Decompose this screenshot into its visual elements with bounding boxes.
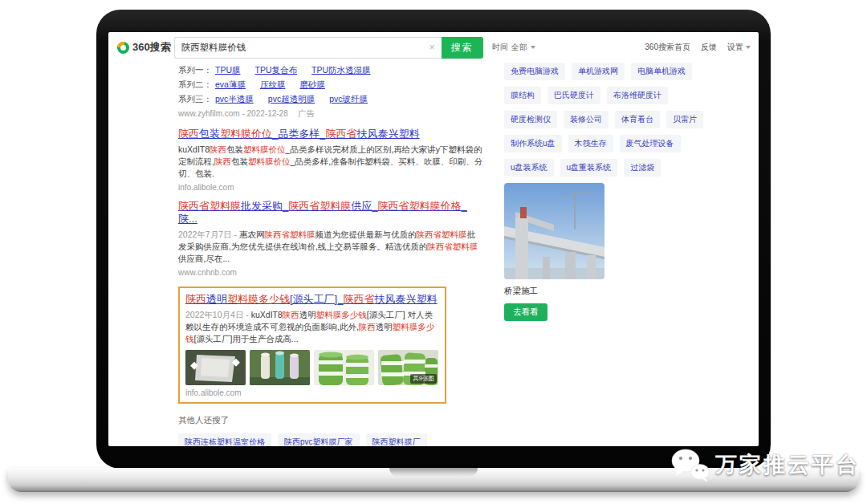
text-segment: 包装 <box>231 156 248 166</box>
text-segment: kuXdIT8 <box>178 144 210 154</box>
sidebar-tag-chip[interactable]: u盘装系统 <box>504 159 554 177</box>
image-count-badge: 共9张图 <box>410 374 437 384</box>
text-segment: 陕西省 <box>325 128 356 140</box>
text-segment: 塑料膜价位 <box>220 128 272 140</box>
ad-series-link[interactable]: pvc超透明膜 <box>268 94 315 104</box>
sidebar-tag-chip[interactable]: 制作系统u盘 <box>504 135 562 152</box>
search-button[interactable]: 搜索 <box>442 37 483 59</box>
related-search-chip[interactable]: 陕西pvc塑料膜厂家 <box>278 433 360 446</box>
result-title[interactable]: 陕西透明塑料膜多少钱[源头工厂]_陕西省扶风泰兴塑料 <box>185 293 439 306</box>
text-segment: 惠农网 <box>239 230 265 239</box>
related-search-chip[interactable]: 陕西连栋塑料温室价格 <box>178 433 271 446</box>
time-filter-label: 时间 <box>492 42 508 53</box>
ad-series-label: 系列二： <box>178 79 212 89</box>
laptop-notch <box>389 468 478 477</box>
go-see-button[interactable]: 去看看 <box>504 303 547 321</box>
search-box: × 搜索 <box>174 37 483 59</box>
text-segment: 透明 <box>376 322 393 331</box>
sidebar-tag-chip[interactable]: 电脑单机游戏 <box>631 63 692 80</box>
text-segment: 供应_ <box>351 200 377 212</box>
sidebar-tag-chip[interactable]: 木筏生存 <box>568 135 613 152</box>
chevron-down-icon <box>531 46 535 49</box>
search-result-2: 陕西省塑料膜批发采购_陕西省塑料膜供应_陕西省塑料膜价格_陕...2022年7月… <box>178 200 483 277</box>
sidebar-tag-chip[interactable]: 硬度检测仪 <box>504 111 557 128</box>
sidebar-tag-chip[interactable]: 布洛维硬度计 <box>607 87 668 104</box>
text-segment: 陕西 <box>185 293 206 305</box>
search-input-wrap: × <box>174 37 442 59</box>
ad-series-link[interactable]: eva薄膜 <box>215 79 246 89</box>
text-segment: 塑料膜多少钱 <box>227 293 290 305</box>
related-search-chip[interactable]: 陕西塑料膜厂 <box>366 433 427 446</box>
nav-settings-dropdown[interactable]: 设置 <box>727 42 751 53</box>
sidebar-tag-row: 免费电脑游戏单机游戏网电脑单机游戏 <box>504 63 759 80</box>
search-header: 360搜索 × 搜索 时间 全部 360搜索首页 反馈 设置 <box>108 32 759 63</box>
360-search-logo[interactable]: 360搜索 <box>116 40 171 55</box>
ad-series-link[interactable]: 压纹膜 <box>260 79 286 89</box>
time-filter-dropdown[interactable]: 时间 全部 <box>492 42 535 53</box>
text-segment: 批发采购_ <box>241 200 288 212</box>
sidebar-tag-chip[interactable]: 过滤袋 <box>624 159 661 177</box>
text-segment: 塑料膜多少钱 <box>316 310 367 319</box>
result-description: kuXdIT8陕西包装塑料膜价位_品类多样说完材质上的区别,再给大家讲y下塑料袋… <box>178 144 483 180</box>
text-segment: 陕西 <box>283 310 299 319</box>
text-segment: [源头工厂]_ <box>290 293 343 305</box>
ad-series-row-3: 系列三：pvc半透膜pvc超透明膜pvc玻纤膜 <box>178 91 483 106</box>
sidebar-column: 免费电脑游戏单机游戏网电脑单机游戏膜结构巴氏硬度计布洛维硬度计硬度检测仪装修公司… <box>504 63 759 321</box>
search-input[interactable] <box>175 38 429 58</box>
text-segment: 包装 <box>199 128 220 140</box>
sidebar-tag-chip[interactable]: 贝雷片 <box>666 111 703 128</box>
text-segment: 2022年7月7日 - <box>178 230 239 239</box>
text-segment: 陕西 <box>178 128 199 140</box>
related-searches-label: 其他人还搜了 <box>178 415 483 426</box>
text-segment: 塑料膜价位 <box>243 144 286 154</box>
ad-series-link[interactable]: pvc玻纤膜 <box>329 94 368 104</box>
ad-series-link[interactable]: pvc半透膜 <box>215 94 254 104</box>
sidebar-tag-chip[interactable]: u盘重装系统 <box>560 159 618 177</box>
result-title[interactable]: 陕西省塑料膜批发采购_陕西省塑料膜供应_陕西省塑料膜价格_陕... <box>178 200 483 226</box>
time-filter-value: 全部 <box>511 42 527 53</box>
sidebar-tag-row: 膜结构巴氏硬度计布洛维硬度计 <box>504 87 759 104</box>
sidebar-tag-chip[interactable]: 装修公司 <box>564 111 609 128</box>
text-segment: 陕西 <box>210 144 226 154</box>
clear-icon[interactable]: × <box>429 42 435 53</box>
text-segment: 透明 <box>299 310 316 319</box>
text-segment: kuXdIT8 <box>251 310 283 319</box>
text-segment: 频道为您提供最新与优质的 <box>315 230 416 239</box>
ad-series-link[interactable]: TPU膜 <box>215 65 241 75</box>
sidebar-tag-chip[interactable]: 体育看台 <box>615 111 660 128</box>
text-segment: 陕西省塑料膜 <box>427 242 478 251</box>
thumbnail-green-film-rolls[interactable] <box>314 350 374 385</box>
text-segment: 塑料膜价位 <box>248 156 291 166</box>
thumbnail-film-rolls-standing[interactable] <box>250 350 310 385</box>
text-segment: 陕西省塑料膜 <box>264 230 315 239</box>
wechat-icon <box>670 446 711 483</box>
ad-tag: 广告 <box>299 109 315 118</box>
ad-url: www.zyhfilm.com - 2022-12-28 <box>178 109 288 118</box>
sidebar-tag-chip[interactable]: 膜结构 <box>504 87 541 104</box>
sidebar-tag-row: u盘装系统u盘重装系统过滤袋 <box>504 159 759 177</box>
related-searches: 其他人还搜了 陕西连栋塑料温室价格陕西pvc塑料膜厂家陕西塑料膜厂陕西塑料管材生… <box>178 415 483 446</box>
search-result-3: 陕西透明塑料膜多少钱[源头工厂]_陕西省扶风泰兴塑料2022年10月4日 - k… <box>178 287 446 404</box>
nav-home-link[interactable]: 360搜索首页 <box>645 42 690 53</box>
result-description: 2022年10月4日 - kuXdIT8陕西透明塑料膜多少钱[源头工厂] 对人类… <box>185 309 439 345</box>
header-nav-links: 360搜索首页 反馈 设置 <box>645 42 751 53</box>
sidebar-tag-chip[interactable]: 单机游戏网 <box>572 63 625 80</box>
ad-series-row-2: 系列二：eva薄膜压纹膜磨砂膜 <box>178 77 483 91</box>
text-segment: 陕西省塑料膜 <box>178 200 241 212</box>
thumbnail-green-film-rolls-2[interactable]: 共9张图 <box>378 350 438 385</box>
sidebar-tag-chip[interactable]: 废气处理设备 <box>620 135 681 152</box>
result-title[interactable]: 陕西包装塑料膜价位_品类多样_陕西省扶风泰兴塑料 <box>178 128 483 140</box>
watermark-text: 万家推云平台 <box>715 450 860 479</box>
ad-series-label: 系列三： <box>178 94 212 104</box>
nav-settings-label: 设置 <box>727 42 743 53</box>
nav-feedback-link[interactable]: 反馈 <box>701 42 717 53</box>
thumbnail-plastic-sheets[interactable] <box>185 350 246 385</box>
sidebar-tag-chip[interactable]: 免费电脑游戏 <box>504 63 565 80</box>
bridge-construction-photo[interactable] <box>504 183 604 279</box>
result-description: 2022年7月7日 - 惠农网陕西省塑料膜频道为您提供最新与优质的陕西省塑料膜批… <box>178 229 483 265</box>
ad-meta-line: www.zyhfilm.com - 2022-12-28 广告 <box>178 108 483 120</box>
ad-series-link[interactable]: TPU复合布 <box>255 65 298 75</box>
ad-series-link[interactable]: 磨砂膜 <box>299 79 325 89</box>
ad-series-link[interactable]: TPU防水透湿膜 <box>311 65 371 75</box>
sidebar-tag-chip[interactable]: 巴氏硬度计 <box>547 87 600 104</box>
